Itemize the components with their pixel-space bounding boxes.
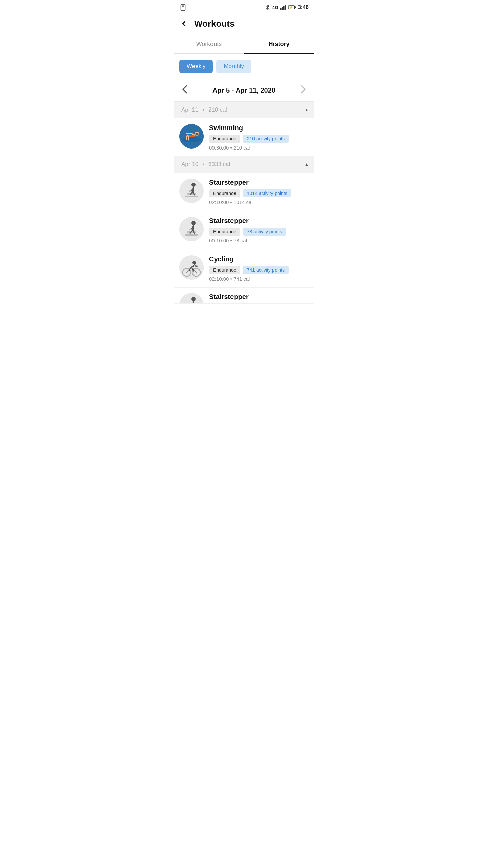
svg-rect-8 [295,6,296,8]
svg-rect-4 [282,7,283,10]
workout-avatar-stairstepper3 [179,293,204,304]
tag-points-stairstepper1: 1014 activity points [243,189,291,197]
day-section-apr10[interactable]: Apr 10•6333 cal ▲ [174,156,314,173]
svg-rect-3 [280,8,282,10]
svg-rect-15 [185,196,198,197]
svg-rect-24 [185,234,198,236]
collapse-icon-apr11: ▲ [305,107,309,112]
workout-item-stairstepper2[interactable]: Stairstepper Endurance 78 activity point… [174,211,314,249]
tab-workouts[interactable]: Workouts [174,35,244,54]
workout-info-stairstepper2: Stairstepper Endurance 78 activity point… [209,217,309,243]
app-icon [179,4,187,11]
page-title: Workouts [194,19,235,29]
svg-text:⚡: ⚡ [289,6,293,9]
workout-info-swimming: Swimming Endurance 210 activity points 0… [209,124,309,151]
workout-name-stairstepper2: Stairstepper [209,217,309,225]
date-range-label: Apr 5 - Apr 11, 2020 [212,86,276,94]
workout-tags-stairstepper2: Endurance 78 activity points [209,228,309,236]
filter-monthly[interactable]: Monthly [216,60,251,73]
svg-point-50 [191,297,196,301]
workout-item-swimming[interactable]: Swimming Endurance 210 activity points 0… [174,118,314,156]
workout-avatar-stairstepper2 [179,217,204,241]
workout-name-stairstepper3: Stairstepper [209,293,309,301]
workout-avatar-cycling [179,255,204,280]
workout-name-cycling: Cycling [209,255,309,263]
svg-point-46 [179,293,204,304]
svg-rect-5 [283,6,285,10]
tag-points-stairstepper2: 78 activity points [243,228,286,236]
tabs-container: Workouts History [174,35,314,54]
tag-points-cycling: 741 activity points [243,266,289,274]
signal-icon [280,5,286,10]
4g-signal-label: 4G [272,5,278,10]
tab-history[interactable]: History [244,35,314,54]
workout-meta-swimming: 00:30:00 • 210 cal [209,145,309,151]
workout-meta-cycling: 02:10:00 • 741 cal [209,276,309,282]
header: Workouts [174,14,314,35]
day-section-apr11[interactable]: Apr 11•210 cal ▲ [174,102,314,118]
workout-name-swimming: Swimming [209,124,309,132]
tag-endurance-stairstepper2: Endurance [209,228,240,236]
workout-name-stairstepper1: Stairstepper [209,179,309,186]
workout-info-stairstepper3: Stairstepper [209,293,309,303]
svg-rect-6 [285,5,286,10]
workout-item-stairstepper1[interactable]: Stairstepper Endurance 1014 activity poi… [174,173,314,211]
tag-endurance-swimming: Endurance [209,135,240,143]
workout-item-stairstepper3[interactable]: Stairstepper [174,288,314,304]
tag-points-swimming: 210 activity points [243,135,289,143]
workout-tags-cycling: Endurance 741 activity points [209,266,309,274]
workout-tags-stairstepper1: Endurance 1014 activity points [209,189,309,197]
workout-info-stairstepper1: Stairstepper Endurance 1014 activity poi… [209,179,309,205]
workout-meta-stairstepper1: 02:10:00 • 1014 cal [209,199,309,205]
collapse-icon-apr10: ▲ [305,162,309,167]
svg-rect-13 [195,133,199,135]
workout-avatar-stairstepper1 [179,179,204,203]
workout-avatar-swimming [179,124,204,149]
svg-point-18 [191,183,196,187]
svg-point-27 [191,221,196,225]
workout-item-cycling[interactable]: Cycling Endurance 741 activity points 02… [174,249,314,288]
status-left [179,4,187,11]
day-date-apr11: Apr 11•210 cal [179,106,229,113]
workout-tags-swimming: Endurance 210 activity points [209,135,309,143]
workout-meta-stairstepper2: 00:10:00 • 78 cal [209,238,309,243]
date-prev-button[interactable] [179,83,191,97]
tag-endurance-cycling: Endurance [209,266,240,274]
day-date-apr10: Apr 10•6333 cal [179,161,232,168]
bluetooth-icon [265,5,270,10]
filter-weekly[interactable]: Weekly [179,60,213,73]
filter-row: Weekly Monthly [174,54,314,79]
workout-info-cycling: Cycling Endurance 741 activity points 02… [209,255,309,282]
status-right: 4G ⚡ 3:46 [265,4,309,11]
battery-icon: ⚡ [288,5,296,10]
status-bar: 4G ⚡ 3:46 [174,0,314,14]
tag-endurance-stairstepper1: Endurance [209,189,240,197]
date-navigation: Apr 5 - Apr 11, 2020 [174,79,314,102]
time-display: 3:46 [298,4,309,11]
back-button[interactable] [178,18,190,30]
svg-point-11 [182,137,201,142]
date-next-button[interactable] [297,83,309,97]
